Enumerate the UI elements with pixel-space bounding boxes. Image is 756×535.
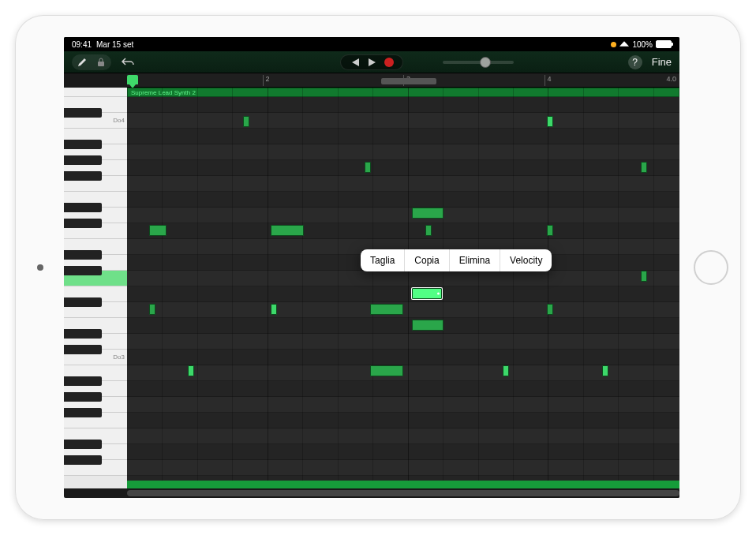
midi-note[interactable]	[365, 162, 371, 173]
ruler-tick: 4	[545, 75, 552, 86]
black-key[interactable]	[64, 408, 102, 417]
midi-note[interactable]	[602, 365, 608, 376]
black-key[interactable]	[64, 297, 102, 307]
wifi-icon	[619, 40, 629, 49]
black-key[interactable]	[64, 345, 102, 354]
pencil-icon	[75, 58, 89, 67]
black-key[interactable]	[64, 203, 102, 212]
black-key[interactable]	[64, 171, 102, 181]
black-key[interactable]	[64, 455, 102, 465]
midi-note[interactable]	[425, 225, 432, 236]
black-key[interactable]	[64, 392, 102, 402]
black-key[interactable]	[64, 440, 102, 449]
edit-mode-toggle[interactable]	[72, 54, 111, 70]
black-key[interactable]	[64, 329, 102, 339]
midi-note[interactable]	[547, 225, 553, 236]
status-bar: 09:41 Mar 15 set 100%	[64, 37, 679, 51]
status-date: Mar 15 set	[96, 40, 133, 49]
midi-note[interactable]	[149, 304, 155, 315]
ruler-end: 4.0	[666, 75, 676, 83]
midi-note[interactable]	[271, 225, 304, 236]
battery-percent: 100%	[632, 40, 653, 49]
menu-cut[interactable]: Taglia	[361, 249, 405, 271]
menu-copy[interactable]: Copia	[405, 249, 449, 271]
ipad-frame: 09:41 Mar 15 set 100%	[15, 15, 741, 520]
lock-icon	[94, 58, 108, 67]
black-key[interactable]	[64, 140, 102, 149]
black-key[interactable]	[64, 108, 102, 118]
svg-rect-0	[98, 62, 104, 66]
midi-note[interactable]	[271, 304, 277, 315]
velocity-lane[interactable]	[127, 481, 679, 488]
black-key[interactable]	[64, 250, 102, 260]
midi-note[interactable]	[547, 304, 553, 315]
help-button[interactable]: ?	[628, 55, 642, 69]
midi-note[interactable]	[412, 320, 444, 331]
midi-note[interactable]	[503, 365, 509, 376]
done-button[interactable]: Fine	[652, 56, 672, 68]
horizontal-scrollbar[interactable]	[127, 488, 679, 498]
ruler-tick: 2	[263, 75, 270, 86]
location-icon	[611, 42, 616, 47]
timeline-ruler[interactable]: 2 3 4 4.0	[127, 73, 679, 88]
app-screen: 09:41 Mar 15 set 100%	[64, 37, 679, 498]
record-button[interactable]	[382, 58, 396, 67]
midi-note[interactable]	[412, 208, 444, 219]
rewind-button[interactable]	[347, 58, 361, 67]
black-key[interactable]	[64, 376, 102, 386]
black-key[interactable]	[64, 219, 102, 228]
undo-button[interactable]	[121, 57, 135, 68]
midi-note[interactable]	[370, 365, 403, 376]
menu-velocity[interactable]: Velocity	[500, 249, 552, 271]
midi-note[interactable]	[547, 116, 553, 127]
region-header[interactable]: Supreme Lead Synth 2	[127, 88, 679, 97]
piano-roll-editor: Do4 Do3	[64, 88, 679, 488]
transport-controls	[340, 54, 403, 70]
zoom-slider[interactable]	[443, 61, 514, 64]
scrollbar-thumb[interactable]	[127, 490, 679, 496]
status-time: 09:41	[72, 40, 92, 49]
context-menu: Taglia Copia Elimina Velocity	[361, 249, 552, 271]
playhead[interactable]	[127, 75, 138, 84]
battery-icon	[656, 40, 672, 48]
midi-note[interactable]	[188, 365, 194, 376]
record-icon	[384, 58, 394, 67]
play-button[interactable]	[365, 58, 379, 67]
midi-note[interactable]	[243, 116, 249, 127]
midi-note[interactable]	[149, 225, 167, 236]
toolbar: ? Fine	[64, 51, 679, 73]
menu-delete[interactable]: Elimina	[450, 249, 500, 271]
home-button[interactable]	[694, 250, 728, 285]
black-key[interactable]	[64, 155, 102, 165]
midi-note[interactable]	[370, 304, 403, 315]
midi-note[interactable]	[641, 271, 647, 282]
zoom-handle[interactable]	[480, 57, 491, 68]
camera-icon	[37, 264, 43, 271]
black-key[interactable]	[64, 266, 102, 275]
midi-note[interactable]	[641, 162, 647, 173]
piano-keyboard[interactable]: Do4 Do3	[64, 88, 127, 488]
midi-note[interactable]	[412, 288, 443, 299]
note-grid[interactable]: Supreme Lead Synth 2 Taglia Copia Elimin…	[127, 88, 679, 488]
scrub-region[interactable]	[381, 78, 436, 84]
